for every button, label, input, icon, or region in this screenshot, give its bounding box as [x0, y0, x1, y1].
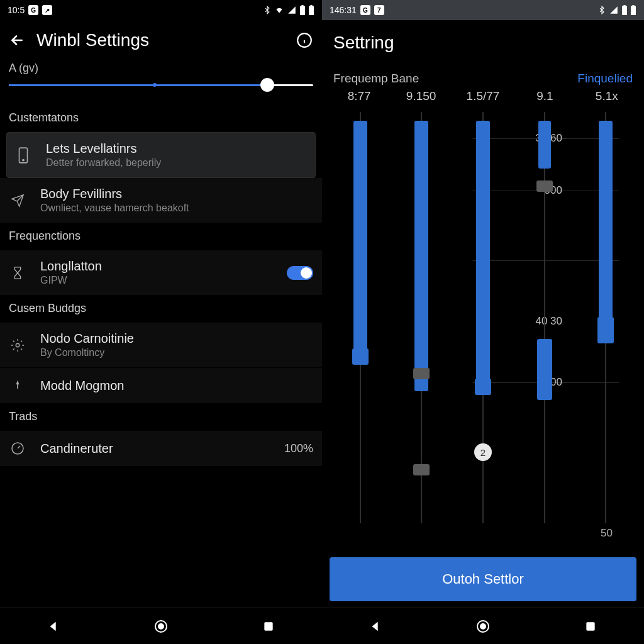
- svg-point-12: [158, 624, 164, 629]
- svg-rect-3: [310, 5, 312, 6]
- list-item-body[interactable]: Body Fevillinrs Ownliect, vause hamerch …: [0, 178, 322, 223]
- eq-slider-5[interactable]: [591, 112, 620, 548]
- gauge-icon: [9, 440, 26, 457]
- svg-rect-14: [622, 6, 627, 15]
- app-header: Winbl Settings: [0, 20, 322, 62]
- item-subtitle: Detter forwarked, beperily: [46, 157, 308, 169]
- svg-rect-16: [631, 6, 636, 15]
- section-header-frequencies: Frequenctions: [0, 223, 322, 250]
- hourglass-icon: [9, 264, 26, 282]
- arrow-icon: [9, 377, 26, 394]
- item-title: Longllatton: [40, 259, 273, 274]
- phone-icon: [14, 147, 32, 164]
- freq-label: 1.5/77: [452, 89, 514, 103]
- battery-icon: [299, 5, 306, 15]
- eq-slider-3[interactable]: 2: [469, 112, 497, 548]
- nav-back-button[interactable]: [363, 614, 388, 639]
- bluetooth-icon: [263, 6, 272, 14]
- apply-button[interactable]: Outoh Settlor: [330, 557, 636, 601]
- eq-slider-2[interactable]: [407, 112, 436, 548]
- eq-label: Frequemp Bane: [333, 72, 419, 86]
- battery-icon-2: [308, 5, 314, 15]
- item-title: Body Fevillinrs: [40, 187, 313, 201]
- status-time: 10:5: [8, 5, 25, 15]
- eq-slider-4[interactable]: [530, 112, 559, 548]
- settings-screen: 10:5 G ↗ Winbl Settings A (gv) Custemtat: [0, 0, 322, 644]
- status-chip-1: G: [28, 5, 38, 15]
- signal-icon: [287, 6, 297, 14]
- status-time: 146:31: [330, 5, 357, 15]
- info-icon[interactable]: [296, 31, 313, 49]
- battery-icon: [621, 5, 628, 15]
- status-chip-1: G: [360, 5, 370, 15]
- equalizer-screen: 146:31 G 7 Settring Frequemp Bane Finque…: [322, 0, 644, 644]
- eq-frequency-labels: 8:77 9.150 1.5/77 9.1 5.1x: [322, 87, 644, 107]
- freq-label: 8:77: [328, 89, 390, 103]
- freq-label: 9.1: [514, 89, 575, 103]
- status-bar: 146:31 G 7: [322, 0, 644, 20]
- status-chip-2: ↗: [42, 5, 52, 15]
- signal-icon: [609, 6, 619, 14]
- send-icon: [9, 192, 26, 209]
- nav-home-button[interactable]: [148, 614, 174, 639]
- status-bar: 10:5 G ↗: [0, 0, 322, 20]
- list-item-levels[interactable]: Lets Levellatinrs Detter forwarked, bepe…: [6, 132, 316, 178]
- item-subtitle: GIPW: [40, 275, 273, 286]
- nav-recent-button[interactable]: [578, 614, 603, 639]
- equalizer-area: 30.60 900 40 30 2500: [322, 112, 644, 548]
- item-title: Candineruter: [40, 441, 270, 456]
- nav-bar: [322, 608, 644, 644]
- page-title: Winbl Settings: [36, 30, 149, 50]
- item-value: 100%: [284, 442, 313, 455]
- section-header-customizations: Custemtatons: [0, 105, 322, 132]
- back-button[interactable]: [9, 32, 25, 48]
- svg-rect-0: [300, 6, 305, 15]
- status-chip-2: 7: [374, 5, 384, 15]
- nav-bar: [0, 608, 322, 644]
- nav-back-button[interactable]: [41, 614, 66, 639]
- list-item-modd[interactable]: Modd Mogmon: [0, 368, 322, 404]
- app-header: Settring: [322, 20, 644, 65]
- section-header-trads: Trads: [0, 404, 322, 431]
- battery-icon-2: [630, 5, 636, 15]
- svg-point-8: [23, 159, 24, 160]
- eq-bottom-label: 50: [601, 527, 613, 540]
- item-title: Nodo Carnoitinie: [40, 331, 313, 346]
- page-title: Settring: [333, 33, 633, 53]
- eq-badge: 2: [474, 443, 492, 461]
- list-item-candineruter[interactable]: Candineruter 100%: [0, 431, 322, 467]
- svg-rect-2: [309, 6, 314, 15]
- item-subtitle: By Comoltincy: [40, 347, 313, 358]
- item-title: Lets Levellatinrs: [46, 142, 308, 156]
- list-item-nodo[interactable]: Nodo Carnoitinie By Comoltincy: [0, 323, 322, 368]
- svg-point-9: [16, 343, 19, 347]
- gear-icon: [9, 336, 26, 354]
- bluetooth-icon: [597, 6, 606, 14]
- svg-rect-17: [632, 5, 634, 6]
- gain-slider[interactable]: [0, 79, 322, 91]
- svg-rect-15: [623, 5, 625, 6]
- freq-label: 9.150: [390, 89, 452, 103]
- slider-label: A (gv): [0, 62, 322, 75]
- svg-rect-20: [586, 622, 594, 630]
- svg-point-19: [480, 624, 486, 629]
- list-item-longllatton[interactable]: Longllatton GIPW: [0, 250, 322, 296]
- eq-header: Frequemp Bane Finquelied: [322, 65, 644, 87]
- wifi-icon: [274, 6, 284, 14]
- section-header-custom: Cusem Buddgs: [0, 296, 322, 323]
- nav-home-button[interactable]: [470, 614, 496, 639]
- eq-action-link[interactable]: Finquelied: [577, 72, 633, 86]
- svg-rect-1: [301, 5, 303, 6]
- nav-recent-button[interactable]: [256, 614, 281, 639]
- eq-slider-1[interactable]: [346, 112, 375, 548]
- freq-label: 5.1x: [576, 89, 638, 103]
- toggle-switch[interactable]: [287, 266, 313, 280]
- item-title: Modd Mogmon: [40, 379, 313, 393]
- svg-rect-13: [264, 622, 272, 630]
- item-subtitle: Ownliect, vause hamerch beakoft: [40, 203, 313, 214]
